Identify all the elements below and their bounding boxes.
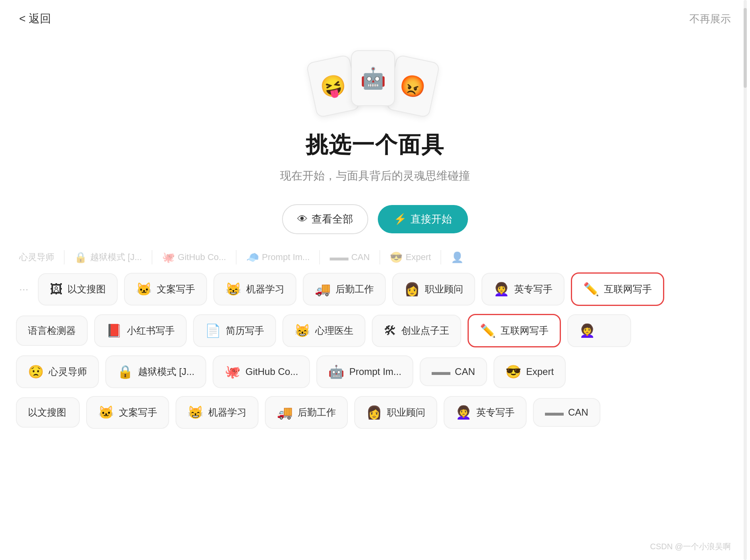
card-jiqixuexi[interactable]: 😸 机器学习 [213, 273, 296, 306]
card-jianli[interactable]: 📄 简历写手 [193, 314, 276, 347]
fade-item-4: 🧢 Prompt Im... [246, 251, 310, 264]
fade-icon-3: 🐙 [162, 251, 175, 264]
card-label-jiqixuexi: 机器学习 [246, 283, 284, 296]
hero-section: 😝 🤖 😡 挑选一个面具 现在开始，与面具背后的灵魂思维碰撞 👁 查看全部 ⚡ … [0, 26, 750, 250]
card-icon-wenxie-2: 🐱 [98, 405, 114, 420]
card-expert[interactable]: 😎 Expert [493, 355, 566, 388]
cards-row-4: 以文搜图 🐱 文案写手 😸 机器学习 🚚 后勤工作 👩 职业顾问 👩‍🦱 英专写… [0, 396, 750, 429]
card-icon-xinli: 😸 [294, 323, 310, 338]
card-wenxie-2[interactable]: 🐱 文案写手 [86, 396, 169, 429]
fade-sep-5 [379, 250, 380, 264]
card-houqin-2[interactable]: 🚚 后勤工作 [265, 396, 348, 429]
card-can[interactable]: ▬▬ CAN [420, 357, 487, 386]
fade-item-2: 🔒 越狱模式 [J... [74, 251, 142, 264]
fade-item-6: 😎 Expert [390, 251, 431, 264]
header: < 返回 不再展示 [0, 0, 750, 26]
hero-buttons: 👁 查看全部 ⚡ 直接开始 [282, 204, 468, 234]
card-icon-yuejian: 🔒 [117, 364, 133, 379]
card-houqingongzuo[interactable]: 🚚 后勤工作 [303, 273, 386, 306]
mask-cards: 😝 🤖 😡 [311, 50, 439, 114]
back-label: < 返回 [19, 11, 51, 26]
footer: CSDN @一个小浪吴啊 [650, 541, 731, 552]
card-yingzhuanxieshou[interactable]: 👩‍🦱 英专写手 [482, 273, 564, 306]
view-all-label: 查看全部 [312, 212, 353, 226]
card-label-wenxieshou: 文案写手 [157, 283, 195, 296]
scrollbar[interactable] [744, 0, 747, 560]
fade-label-3: GitHub Co... [178, 252, 226, 262]
fade-sep-6 [440, 250, 441, 264]
card-label-yuyan: 语言检测器 [28, 324, 76, 337]
fade-icon-6: 😎 [390, 251, 403, 264]
fade-item-1: 心灵导师 [16, 251, 54, 263]
card-jiqi-2[interactable]: 😸 机器学习 [176, 396, 259, 429]
back-button[interactable]: < 返回 [19, 11, 51, 26]
card-icon-chuangye: 🛠 [384, 323, 397, 338]
card-xiaohongshu[interactable]: 📕 小红书写手 [94, 314, 187, 347]
card-label-houqin: 后勤工作 [336, 283, 374, 296]
card-icon-xiaohongshu: 📕 [106, 323, 122, 338]
card-label-github: GitHub Co... [245, 366, 298, 377]
card-icon-yingzhuan: 👩‍🦱 [493, 282, 509, 297]
mask-emoji-3: 😡 [398, 71, 428, 101]
card-yiwen-2[interactable]: 以文搜图 [16, 397, 80, 428]
card-can-2[interactable]: ▬▬ CAN [533, 398, 600, 427]
card-icon-jianli: 📄 [205, 323, 221, 338]
card-label-xiaohongshu: 小红书写手 [127, 324, 175, 337]
card-yuejian[interactable]: 🔒 越狱模式 [J... [105, 355, 206, 388]
card-yingzhuan-2[interactable]: 👩‍🦱 英专写手 [444, 396, 527, 429]
card-label-hulianwang-2: 互联网写手 [501, 324, 549, 337]
card-zhiyeguwren[interactable]: 👩 职业顾问 [392, 273, 475, 306]
card-label-wenxie-2: 文案写手 [119, 406, 157, 419]
fade-sep-3 [236, 250, 237, 264]
view-all-button[interactable]: 👁 查看全部 [282, 204, 368, 234]
card-label-yiwensoutou: 以文搜图 [67, 283, 106, 296]
card-extra-avatar[interactable]: 👩‍🦱 [567, 314, 631, 347]
card-label-jiqi-2: 机器学习 [208, 406, 247, 419]
card-label-prompt: Prompt Im... [349, 366, 401, 377]
card-hulianwang-2[interactable]: ✏️ 互联网写手 [468, 314, 561, 347]
cards-row-3: 😟 心灵导师 🔒 越狱模式 [J... 🐙 GitHub Co... 🤖 Pro… [0, 355, 750, 388]
card-zhiye-2[interactable]: 👩 职业顾问 [354, 396, 437, 429]
card-hulianwang[interactable]: ✏️ 互联网写手 [571, 272, 664, 306]
card-wenxieshou[interactable]: 🐱 文案写手 [124, 273, 207, 306]
top-fade-row: 心灵导师 🔒 越狱模式 [J... 🐙 GitHub Co... 🧢 Promp… [0, 250, 750, 264]
no-show-button[interactable]: 不再展示 [689, 12, 731, 26]
start-label: 直接开始 [411, 212, 452, 226]
fade-sep-4 [319, 250, 320, 264]
card-icon-github: 🐙 [225, 364, 241, 379]
card-xinling[interactable]: 😟 心灵导师 [16, 355, 99, 388]
scrollbar-thumb[interactable] [744, 8, 747, 88]
card-label-hulianwang: 互联网写手 [604, 283, 652, 296]
fade-label-1: 心灵导师 [19, 251, 54, 263]
card-label-chuangye: 创业点子王 [401, 324, 449, 337]
card-prompt[interactable]: 🤖 Prompt Im... [316, 355, 413, 388]
hero-subtitle: 现在开始，与面具背后的灵魂思维碰撞 [280, 168, 470, 183]
card-icon-houqin: 🚚 [315, 282, 331, 297]
footer-label: CSDN @一个小浪吴啊 [650, 542, 731, 551]
fade-label-5: CAN [351, 252, 369, 262]
card-icon-zhiye: 👩 [404, 282, 420, 297]
card-github[interactable]: 🐙 GitHub Co... [213, 355, 310, 388]
fade-sep-2 [152, 250, 152, 264]
card-label-houqin-2: 后勤工作 [298, 406, 336, 419]
card-icon-hulianwang: ✏️ [583, 282, 599, 297]
mask-card-2[interactable]: 🤖 [351, 50, 395, 106]
card-icon-expert: 😎 [505, 364, 521, 379]
card-label-xinli: 心理医生 [315, 324, 353, 337]
card-icon-wenxieshou: 🐱 [136, 282, 152, 297]
main-container: < 返回 不再展示 😝 🤖 😡 挑选一个面具 现在开始，与面具背后的灵魂思维碰撞… [0, 0, 750, 560]
start-button[interactable]: ⚡ 直接开始 [378, 205, 468, 233]
card-icon-xinling: 😟 [28, 364, 44, 379]
card-yiwensoutou[interactable]: 🖼 以文搜图 [38, 273, 118, 306]
card-yuyan[interactable]: 语言检测器 [16, 315, 88, 346]
card-icon-jiqi-2: 😸 [188, 405, 203, 420]
card-chuangye[interactable]: 🛠 创业点子王 [372, 315, 461, 347]
card-xinliyisheng[interactable]: 😸 心理医生 [282, 314, 365, 347]
lightning-icon: ⚡ [394, 213, 407, 225]
no-show-label: 不再展示 [689, 13, 731, 25]
fade-item-3: 🐙 GitHub Co... [162, 251, 226, 264]
card-icon-jiqixuexi: 😸 [225, 282, 241, 297]
card-label-expert: Expert [526, 366, 554, 377]
card-label-yiwen-2: 以文搜图 [28, 406, 66, 419]
card-label-can-2: CAN [568, 407, 588, 418]
